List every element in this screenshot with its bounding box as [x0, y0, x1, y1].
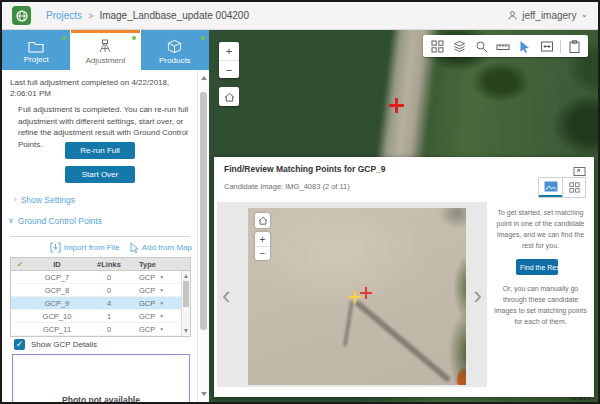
single-image-view-toggle[interactable] [539, 178, 562, 197]
table-row[interactable]: GCP_8 0 GCP▼ [11, 284, 190, 297]
check-icon: ✓ [11, 260, 29, 269]
popout-icon [573, 165, 586, 176]
scroll-down-icon[interactable] [201, 392, 207, 396]
gcp-type: GCP [139, 312, 155, 321]
adjustment-content: Last full adjustment completed on 4/22/2… [2, 70, 197, 402]
add-from-map-label: Add from Map [142, 243, 192, 252]
import-from-file-link[interactable]: Import from File [50, 242, 120, 253]
home-extent-button[interactable] [219, 87, 239, 106]
gcp-id: GCP_9 [29, 299, 85, 308]
user-menu[interactable]: jeff_imagery ⌄ [507, 10, 588, 21]
next-image-button[interactable]: › [473, 282, 482, 308]
instructions-column: To get started, set matching point in on… [487, 202, 594, 328]
gcp-type: GCP [139, 286, 155, 295]
rerun-full-button[interactable]: Re-run Full [65, 142, 135, 159]
table-row-selected[interactable]: GCP_9 4 GCP▼ [11, 297, 190, 310]
tab-adjustment-label: Adjustment [85, 56, 125, 65]
gcp-links: 0 [85, 286, 133, 295]
previous-image-button[interactable]: ‹ [222, 282, 231, 308]
status-dot-icon [132, 36, 136, 40]
gcp-id: GCP_7 [29, 273, 85, 282]
grid-icon [569, 182, 580, 193]
cube-icon [167, 39, 182, 54]
measure-tool[interactable] [492, 35, 514, 57]
tab-products-label: Products [159, 56, 191, 65]
show-settings-toggle[interactable]: › Show Settings [14, 195, 75, 205]
chevron-down-icon: ⌄ [580, 9, 588, 19]
dropdown-icon[interactable]: ▼ [159, 300, 164, 306]
scroll-down-icon[interactable] [184, 329, 188, 333]
gcp-type: GCP [139, 273, 155, 282]
gcp-links: 1 [85, 312, 133, 321]
basemap-layers-tool[interactable] [448, 35, 470, 57]
cursor-icon [130, 242, 139, 253]
dropdown-icon[interactable]: ▼ [159, 313, 164, 319]
status-dot-icon [62, 36, 66, 40]
candidate-image-viewer: ‹ + − › [217, 202, 487, 387]
tab-bar: Project Adjustment Products [2, 30, 209, 70]
add-from-map-link[interactable]: Add from Map [130, 242, 192, 253]
project-title: Image_Landbase_update 004200 [99, 10, 249, 21]
gcp-section-toggle[interactable]: ∨ Ground Control Points [8, 216, 102, 226]
dropdown-icon[interactable]: ▼ [159, 326, 164, 332]
image-home-button[interactable] [255, 213, 270, 228]
table-row[interactable]: GCP_11 0 GCP▼ [11, 323, 190, 336]
table-row[interactable]: GCP_7 0 GCP▼ [11, 271, 190, 284]
table-scrollbar[interactable] [181, 271, 190, 336]
gcp-actions-row: Import from File Add from Map [2, 242, 192, 253]
gallery-view-toggle[interactable] [562, 178, 585, 197]
image-zoom-in-button[interactable]: + [255, 232, 270, 246]
select-gcp-tool-active[interactable] [514, 35, 536, 57]
show-gcp-details-row: ✓ Show GCP Details [14, 339, 97, 350]
scrollbar-thumb[interactable] [183, 281, 189, 307]
search-tool[interactable] [470, 35, 492, 57]
tab-project[interactable]: Project [2, 30, 70, 70]
toolbar-divider [560, 40, 561, 53]
tab-project-label: Project [24, 55, 49, 64]
gcp-type: GCP [139, 325, 155, 334]
instruction-text-1: To get started, set matching point in on… [487, 208, 594, 251]
start-over-button[interactable]: Start Over [65, 166, 135, 183]
scroll-up-icon[interactable] [201, 76, 207, 80]
candidate-image-label: Candidate Image: IMG_4083 (2 of 11) [224, 182, 350, 191]
home-icon [258, 216, 268, 225]
find-the-rest-button[interactable]: Find the Rest [516, 259, 558, 275]
import-from-file-label: Import from File [64, 243, 120, 252]
zoom-out-button[interactable]: − [219, 60, 239, 78]
adjustment-panel: Project Adjustment Products Last full ad… [2, 30, 209, 402]
show-settings-label: Show Settings [21, 195, 75, 205]
scroll-up-icon[interactable] [184, 274, 188, 278]
map-zoom-control: + − [219, 42, 239, 78]
breadcrumb-separator: > [88, 11, 93, 21]
dropdown-icon[interactable]: ▼ [159, 287, 164, 293]
esri-logo-icon[interactable] [12, 6, 31, 25]
ruler-icon [496, 40, 510, 53]
instruction-text-2: Or, you can manually go through these ca… [487, 284, 594, 327]
table-row[interactable]: GCP_10 1 GCP▼ [11, 310, 190, 323]
panel-scrollbar[interactable] [197, 70, 209, 402]
breadcrumb-projects-link[interactable]: Projects [46, 10, 82, 21]
folder-icon [28, 40, 44, 53]
top-bar: Projects > Image_Landbase_update 004200 … [2, 2, 598, 30]
grid-icon [431, 40, 444, 53]
zoom-in-button[interactable]: + [219, 42, 239, 60]
gcp-photo-placeholder: Photo not available [12, 354, 190, 402]
user-icon [507, 10, 518, 21]
map-view[interactable]: + − [209, 30, 598, 402]
show-gcp-details-label: Show GCP Details [31, 340, 97, 349]
image-zoom-out-button[interactable]: − [255, 246, 270, 260]
tab-products[interactable]: Products [141, 30, 209, 70]
scrollbar-thumb[interactable] [200, 92, 207, 330]
adjustment-status-text: Last full adjustment completed on 4/22/2… [10, 77, 191, 99]
candidate-image[interactable]: + − [248, 208, 466, 385]
tab-adjustment[interactable]: Adjustment [71, 30, 139, 70]
thumbnail-grid-tool[interactable] [426, 35, 448, 57]
show-gcp-details-checkbox[interactable]: ✓ [14, 339, 25, 350]
gcp-type: GCP [139, 299, 155, 308]
divider [10, 236, 190, 237]
clipboard-tool[interactable] [563, 35, 585, 57]
extent-tool[interactable] [536, 35, 558, 57]
chevron-down-icon: ∨ [8, 217, 14, 225]
dropdown-icon[interactable]: ▼ [159, 274, 164, 280]
gcp-marker-red-cross[interactable] [389, 98, 404, 113]
